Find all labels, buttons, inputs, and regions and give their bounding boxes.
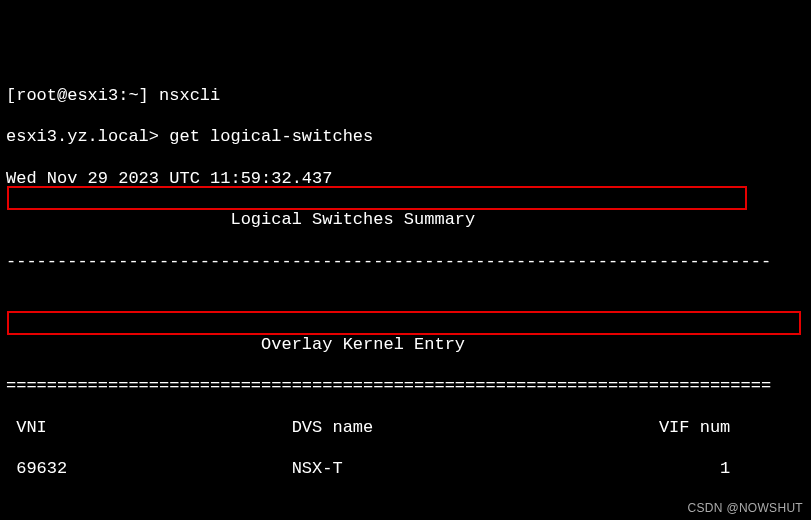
prompt-line-2: esxi3.yz.local> get logical-switches: [6, 127, 805, 148]
command-get-switches: get logical-switches: [169, 127, 373, 146]
command-nsxcli: nsxcli: [159, 86, 220, 105]
overlay-kernel-title: Overlay Kernel Entry: [6, 335, 805, 356]
root-prompt: [root@esxi3:~]: [6, 86, 159, 105]
divider-eq: ========================================…: [6, 376, 805, 397]
watermark: CSDN @NOWSHUT: [688, 501, 803, 516]
divider-dash: ----------------------------------------…: [6, 252, 805, 273]
nsx-prompt: esxi3.yz.local>: [6, 127, 169, 146]
timestamp: Wed Nov 29 2023 UTC 11:59:32.437: [6, 169, 805, 190]
overlay-kernel-row: 69632 NSX-T 1: [6, 459, 805, 480]
summary-title: Logical Switches Summary: [6, 210, 805, 231]
overlay-kernel-header: VNI DVS name VIF num: [6, 418, 805, 439]
prompt-line-1: [root@esxi3:~] nsxcli: [6, 86, 805, 107]
blank-line: [6, 501, 805, 520]
blank-line: [6, 293, 805, 314]
highlight-box-lcp: [7, 311, 801, 335]
